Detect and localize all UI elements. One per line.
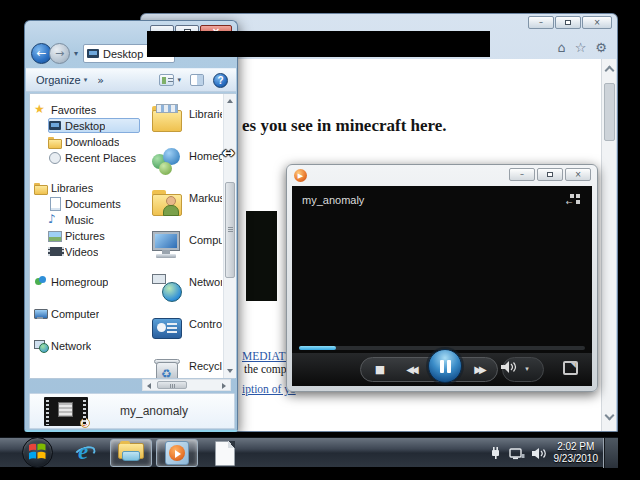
media-player-icon [165, 441, 189, 465]
browser-scrollbar[interactable] [601, 59, 616, 431]
help-button[interactable]: ? [213, 73, 228, 88]
computer-icon [34, 307, 47, 320]
home-icon[interactable]: ⌂ [557, 40, 565, 55]
file-name: Markus [189, 192, 222, 204]
scroll-down-icon[interactable] [605, 411, 615, 421]
sidebar-section-homegroup[interactable]: Homegroup [34, 274, 142, 289]
gear-icon[interactable]: ⚙ [595, 40, 607, 55]
scroll-left-icon[interactable] [147, 383, 151, 389]
favorites-star-icon[interactable]: ☆ [575, 40, 587, 55]
user-folder-icon [150, 186, 186, 220]
sidebar-item-documents[interactable]: Documents [48, 196, 142, 211]
taskbar-clock[interactable]: 2:02 PM 9/23/2010 [554, 441, 599, 465]
music-note-icon: ♪ [48, 213, 61, 226]
file-item-control-panel[interactable]: Control PanelSystem Folder [143, 308, 222, 350]
switch-to-library-button[interactable]: ← [566, 194, 582, 206]
documents-icon [48, 197, 61, 210]
toolbar-overflow-button[interactable]: » [97, 74, 104, 87]
sidebar-item-label: Pictures [65, 230, 105, 242]
pictures-icon [48, 229, 61, 242]
browser-restore-button[interactable] [555, 16, 581, 29]
file-name: Network [189, 276, 222, 288]
sidebar-item-recent-places[interactable]: Recent Places [48, 150, 142, 165]
file-item-network[interactable]: NetworkSystem Folder [143, 266, 222, 308]
change-view-button[interactable]: ▾ [159, 74, 181, 86]
help-icon: ? [217, 75, 223, 86]
pause-button[interactable] [428, 349, 462, 383]
media-player-window[interactable]: ▶ – × my_anomaly ← ■ ◀◀ ▶▶ [286, 164, 598, 392]
sidebar-section-favorites[interactable]: ★ Favorites [34, 102, 142, 117]
forward-button[interactable]: → [49, 43, 70, 64]
recent-pages-caret-icon[interactable]: ▾ [74, 49, 78, 58]
sidebar-item-label: Downloads [65, 136, 119, 148]
system-tray: 2:02 PM 9/23/2010 [489, 438, 599, 468]
explorer-main: ★ Favorites Desktop Downloads Recent Pla… [29, 93, 235, 379]
clock-date: 9/23/2010 [554, 453, 599, 465]
network-icon [150, 270, 186, 304]
taskbar-explorer-button[interactable] [110, 439, 152, 467]
network-icon[interactable] [509, 447, 525, 460]
explorer-window[interactable]: – × ← → ▾ Desktop ▸ Organize ▾ » ▾ [24, 20, 238, 432]
scroll-up-icon[interactable] [605, 66, 615, 76]
sidebar-item-label: Videos [65, 246, 98, 258]
file-list-scrollbar[interactable] [223, 94, 236, 378]
chevron-down-icon: ▾ [84, 76, 88, 84]
player-maximize-button[interactable] [537, 168, 563, 181]
browser-scrollbar-thumb[interactable] [604, 83, 615, 141]
volume-icon[interactable] [532, 447, 547, 460]
close-icon: × [594, 18, 601, 27]
preview-pane-button[interactable] [190, 74, 204, 86]
sidebar-section-libraries[interactable]: Libraries [34, 180, 142, 195]
start-button[interactable] [22, 437, 53, 468]
fast-forward-button[interactable]: ▶▶ [464, 357, 494, 382]
speaker-icon [500, 360, 518, 374]
breadcrumb[interactable]: Desktop [103, 48, 143, 60]
volume-button[interactable] [500, 360, 518, 378]
sidebar-item-videos[interactable]: Videos [48, 244, 142, 259]
back-arrow-icon: ← [36, 46, 46, 60]
file-item-recycle-bin[interactable]: ♻ Recycle BinSystem Folder [143, 350, 222, 378]
page-image [246, 211, 277, 301]
views-icon [159, 74, 174, 86]
scroll-down-icon[interactable] [227, 369, 233, 373]
file-name: Libraries [189, 108, 222, 120]
horizontal-scrollbar[interactable] [142, 379, 231, 391]
sidebar-item-downloads[interactable]: Downloads [48, 134, 142, 149]
browser-minimize-button[interactable]: – [528, 16, 554, 29]
taskbar-ie-button[interactable]: e [64, 439, 106, 467]
organize-button[interactable]: Organize ▾ [36, 74, 87, 86]
taskbar-wmp-button[interactable] [156, 439, 198, 467]
scroll-up-icon[interactable] [227, 99, 233, 103]
fullscreen-button[interactable] [563, 361, 578, 375]
rewind-button[interactable]: ◀◀ [396, 357, 426, 382]
computer-icon [150, 228, 186, 262]
sidebar-item-music[interactable]: ♪ Music [48, 212, 142, 227]
taskbar-document-button[interactable] [204, 439, 246, 467]
sidebar-section-computer[interactable]: Computer [34, 306, 142, 321]
video-file-thumbnail: ▶ [44, 397, 88, 426]
minimize-icon: – [520, 170, 524, 179]
sidebar-item-desktop[interactable]: Desktop [48, 118, 140, 133]
sidebar-item-pictures[interactable]: Pictures [48, 228, 142, 243]
scroll-right-icon[interactable] [222, 383, 226, 389]
video-area[interactable]: my_anomaly ← ■ ◀◀ ▶▶ [292, 186, 592, 386]
organize-label: Organize [36, 74, 81, 86]
scrollbar-thumb[interactable] [157, 381, 187, 389]
show-desktop-button[interactable] [603, 438, 618, 468]
sidebar-section-network[interactable]: Network [34, 338, 142, 353]
volume-dropdown-caret[interactable]: ▾ [520, 357, 534, 382]
file-item-homegroup[interactable]: HomegroupSystem Folder [143, 140, 222, 182]
scrollbar-thumb[interactable] [225, 182, 235, 278]
browser-command-bar: ⌂ ☆ ⚙ [557, 40, 607, 55]
file-item-markus[interactable]: MarkusSystem Folder [143, 182, 222, 224]
file-item-computer[interactable]: ComputerSystem Folder [143, 224, 222, 266]
player-minimize-button[interactable]: – [509, 168, 535, 181]
stop-button[interactable]: ■ [368, 357, 392, 382]
browser-close-button[interactable]: × [582, 16, 612, 29]
file-item-libraries[interactable]: LibrariesSystem Folder [143, 98, 222, 140]
file-name: Computer [189, 234, 222, 246]
sidebar-section-label: Libraries [51, 182, 93, 194]
player-close-button[interactable]: × [565, 168, 591, 181]
file-list: LibrariesSystem Folder HomegroupSystem F… [143, 94, 222, 378]
power-plug-icon[interactable] [489, 446, 502, 460]
